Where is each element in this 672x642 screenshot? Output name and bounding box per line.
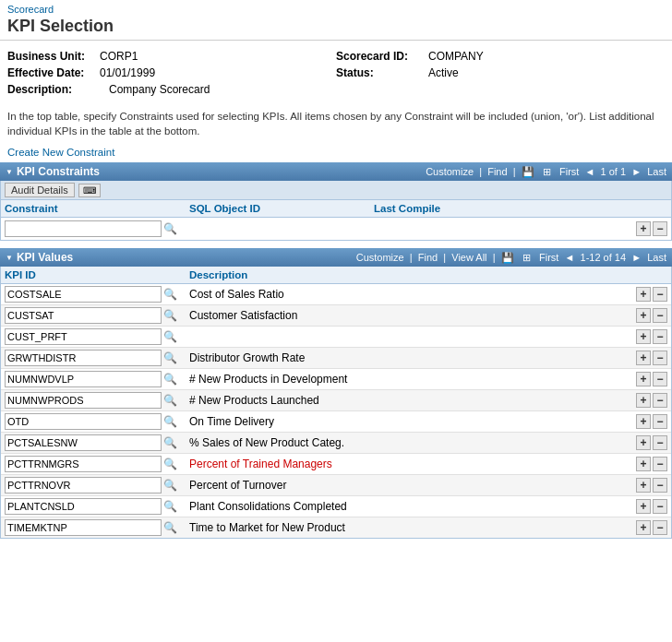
- kpi-customize-link[interactable]: Customize: [356, 252, 404, 263]
- kpi-remove-button[interactable]: −: [653, 478, 667, 493]
- kpi-id-input[interactable]: [5, 519, 162, 536]
- kpi-remove-button[interactable]: −: [653, 308, 667, 323]
- kpi-table-row: 🔍Time to Market for New Product+−: [1, 517, 671, 538]
- effective-date-value: 01/01/1999: [100, 66, 336, 79]
- kpi-id-input[interactable]: [5, 392, 162, 409]
- kpi-id-input[interactable]: [5, 307, 162, 324]
- kpi-table-row: 🔍Distributor Growth Rate+−: [1, 348, 671, 369]
- kpi-table-row: 🔍On Time Delivery+−: [1, 411, 671, 433]
- kpi-view-all-link[interactable]: View All: [451, 252, 486, 263]
- kpiid-col-header: KPI ID: [5, 269, 189, 280]
- kpi-add-button[interactable]: +: [636, 478, 651, 493]
- kpi-search-button[interactable]: 🔍: [162, 288, 179, 301]
- kpi-add-button[interactable]: +: [636, 499, 651, 514]
- business-unit-label: Business Unit:: [7, 50, 100, 63]
- kpi-values-collapse-icon[interactable]: ▼: [6, 254, 13, 262]
- kpi-id-input[interactable]: [5, 286, 162, 303]
- kpi-id-input[interactable]: [5, 413, 162, 430]
- kpi-id-input[interactable]: [5, 371, 162, 387]
- keyboard-icon[interactable]: ⌨: [78, 184, 101, 197]
- kpi-search-button[interactable]: 🔍: [162, 458, 179, 470]
- kpi-add-button[interactable]: +: [636, 329, 651, 344]
- kpi-row-actions: +−: [636, 478, 667, 493]
- kpi-remove-button[interactable]: −: [653, 499, 667, 514]
- kpi-row-actions: +−: [636, 308, 667, 323]
- grid-icon[interactable]: ⊞: [543, 166, 551, 177]
- kpi-add-button[interactable]: +: [636, 308, 651, 323]
- kpi-table-row: 🔍Customer Satisfaction+−: [1, 305, 671, 327]
- kpi-table-row: 🔍Plant Consolidations Completed+−: [1, 496, 671, 517]
- find-link[interactable]: Find: [487, 166, 507, 177]
- kpi-add-button[interactable]: +: [636, 435, 651, 450]
- kpi-pagination-last[interactable]: Last: [647, 252, 666, 263]
- kpi-add-button[interactable]: +: [636, 287, 651, 302]
- kpi-remove-button[interactable]: −: [653, 372, 667, 386]
- create-constraint-section: Create New Constraint: [0, 144, 672, 162]
- constraint-search-button[interactable]: 🔍: [162, 222, 179, 235]
- pagination-info: 1 of 1: [601, 166, 627, 177]
- pagination-first[interactable]: First: [559, 166, 579, 177]
- kpi-row-actions: +−: [636, 372, 667, 386]
- kpi-id-input[interactable]: [5, 477, 162, 493]
- kpi-pagination-info: 1-12 of 14: [581, 252, 627, 263]
- sqlobj-col-header: SQL Object ID: [189, 203, 374, 214]
- constraint-input[interactable]: [5, 220, 162, 237]
- description-row: Description: Company Scorecard: [7, 83, 665, 96]
- kpi-export-icon[interactable]: 💾: [501, 252, 514, 263]
- kpi-search-button[interactable]: 🔍: [162, 500, 179, 513]
- kpi-id-input[interactable]: [5, 350, 162, 366]
- constraint-add-button[interactable]: +: [636, 221, 651, 236]
- kpi-search-button[interactable]: 🔍: [162, 436, 179, 449]
- kpi-values-header-left: ▼ KPI Values: [6, 251, 73, 264]
- audit-details-button[interactable]: Audit Details: [5, 183, 75, 197]
- kpi-find-link[interactable]: Find: [418, 252, 438, 263]
- kpi-id-cell: 🔍: [5, 328, 189, 345]
- kpi-id-input[interactable]: [5, 434, 162, 451]
- kpi-id-cell: 🔍: [5, 413, 189, 430]
- constraint-remove-button[interactable]: −: [653, 221, 667, 236]
- kpi-id-input[interactable]: [5, 328, 162, 345]
- kpi-remove-button[interactable]: −: [653, 287, 667, 302]
- scorecard-id-label: Scorecard ID:: [336, 50, 428, 63]
- kpi-add-button[interactable]: +: [636, 457, 651, 471]
- kpi-add-button[interactable]: +: [636, 520, 651, 535]
- kpi-search-button[interactable]: 🔍: [162, 373, 179, 386]
- kpi-search-button[interactable]: 🔍: [162, 351, 179, 364]
- kpi-search-button[interactable]: 🔍: [162, 309, 179, 322]
- status-label: Status:: [336, 66, 428, 79]
- kpi-values-title: KPI Values: [17, 251, 73, 264]
- kpi-remove-button[interactable]: −: [653, 457, 667, 471]
- kpi-search-button[interactable]: 🔍: [162, 394, 179, 407]
- kpi-add-button[interactable]: +: [636, 414, 651, 429]
- kpi-id-cell: 🔍: [5, 286, 189, 303]
- kpi-search-button[interactable]: 🔍: [162, 479, 179, 492]
- kpi-search-button[interactable]: 🔍: [162, 521, 179, 534]
- kpi-pagination-first[interactable]: First: [539, 252, 558, 263]
- kpi-row-actions: +−: [636, 287, 667, 302]
- kpi-grid-icon[interactable]: ⊞: [522, 252, 531, 263]
- kpi-add-button[interactable]: +: [636, 351, 651, 365]
- business-unit-group: Business Unit: CORP1: [7, 50, 336, 63]
- kpi-id-cell: 🔍: [5, 477, 189, 493]
- kpi-id-input[interactable]: [5, 456, 162, 472]
- kpi-add-button[interactable]: +: [636, 372, 651, 386]
- kpi-remove-button[interactable]: −: [653, 393, 667, 408]
- export-icon[interactable]: 💾: [522, 166, 534, 177]
- kpi-search-button[interactable]: 🔍: [162, 330, 179, 343]
- kpi-desc-cell: Customer Satisfaction: [189, 309, 636, 322]
- kpi-remove-button[interactable]: −: [653, 520, 667, 535]
- pagination-last[interactable]: Last: [647, 166, 666, 177]
- kpi-table-row: 🔍Percent of Turnover+−: [1, 475, 671, 496]
- kpi-remove-button[interactable]: −: [653, 414, 667, 429]
- kpi-remove-button[interactable]: −: [653, 435, 667, 450]
- kpi-add-button[interactable]: +: [636, 393, 651, 408]
- kpi-remove-button[interactable]: −: [653, 329, 667, 344]
- effective-date-label: Effective Date:: [7, 66, 100, 79]
- kpi-remove-button[interactable]: −: [653, 351, 667, 365]
- customize-link[interactable]: Customize: [426, 166, 474, 177]
- create-new-constraint-link[interactable]: Create New Constraint: [7, 147, 114, 158]
- kpi-id-input[interactable]: [5, 498, 162, 515]
- collapse-triangle-icon[interactable]: ▼: [6, 168, 13, 176]
- description-label: Description:: [7, 83, 109, 96]
- kpi-search-button[interactable]: 🔍: [162, 415, 179, 428]
